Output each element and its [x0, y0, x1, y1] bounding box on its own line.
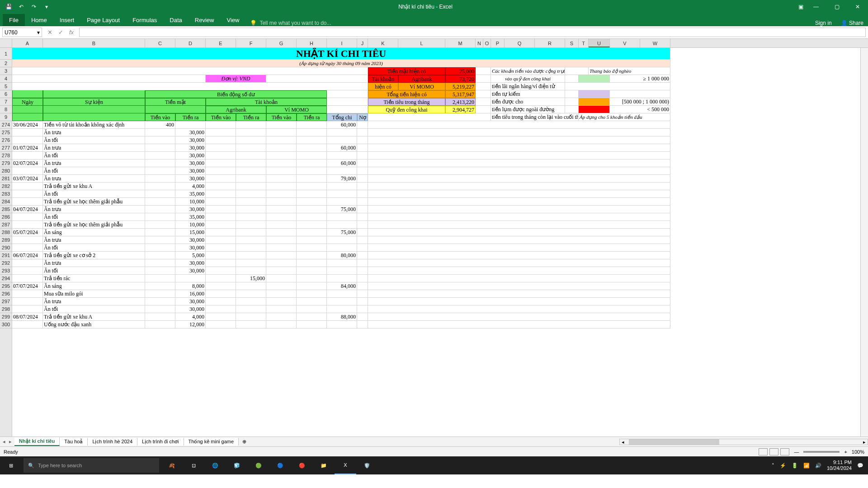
row-header[interactable]: 295	[0, 282, 12, 290]
row-header[interactable]: 277	[0, 144, 12, 152]
column-header[interactable]: I	[327, 39, 357, 47]
notifications-icon[interactable]: 💬	[857, 463, 863, 469]
app-icon[interactable]: 🟢	[248, 456, 269, 474]
column-header[interactable]: A	[12, 39, 43, 47]
tab-file[interactable]: File	[3, 14, 25, 26]
qat-dropdown-icon[interactable]: ▾	[42, 2, 52, 12]
row-header[interactable]: 292	[0, 259, 12, 267]
column-header[interactable]: F	[236, 39, 266, 47]
row-header[interactable]: 8	[0, 106, 12, 113]
signin-link[interactable]: Sign in	[811, 20, 836, 26]
row-header[interactable]: 287	[0, 221, 12, 229]
column-header[interactable]: S	[565, 39, 579, 47]
sheet-tab[interactable]: Nhật kí chi tiêu	[14, 437, 60, 446]
maximize-icon[interactable]: ▢	[826, 0, 847, 14]
wifi-icon[interactable]: 📶	[803, 463, 810, 469]
column-header[interactable]: P	[491, 39, 505, 47]
row-header[interactable]: 288	[0, 229, 12, 236]
row-header[interactable]: 274	[0, 121, 12, 129]
tab-review[interactable]: Review	[189, 14, 221, 26]
row-header[interactable]: 299	[0, 313, 12, 321]
zoom-slider[interactable]	[803, 451, 840, 453]
column-header[interactable]: W	[640, 39, 670, 47]
formula-input[interactable]	[79, 28, 866, 37]
row-header[interactable]: 286	[0, 213, 12, 221]
row-header[interactable]: 280	[0, 167, 12, 175]
row-header[interactable]: 298	[0, 305, 12, 313]
row-header[interactable]: 283	[0, 190, 12, 198]
row-header[interactable]: 278	[0, 152, 12, 160]
column-header[interactable]: T	[579, 39, 589, 47]
column-header[interactable]: J	[357, 39, 368, 47]
tab-pagelayout[interactable]: Page Layout	[80, 14, 126, 26]
minimize-icon[interactable]: —	[806, 0, 826, 14]
tab-home[interactable]: Home	[25, 14, 53, 26]
row-header[interactable]: 279	[0, 160, 12, 167]
cells-grid[interactable]: NHẬT KÍ CHI TIÊU(Áp dụng từ ngày 30 thán…	[12, 48, 868, 328]
start-button[interactable]: ⊞	[0, 456, 22, 474]
view-pagebreak-icon[interactable]	[780, 448, 789, 455]
column-header[interactable]: U	[589, 39, 610, 47]
sheet-nav-next-icon[interactable]: ▸	[9, 439, 12, 445]
row-header[interactable]: 276	[0, 136, 12, 144]
tab-formulas[interactable]: Formulas	[126, 14, 163, 26]
row-header[interactable]: 281	[0, 175, 12, 183]
row-header[interactable]: 3	[0, 67, 12, 75]
row-header[interactable]: 297	[0, 298, 12, 305]
row-header[interactable]: 4	[0, 75, 12, 83]
undo-icon[interactable]: ↶	[16, 2, 26, 12]
tab-data[interactable]: Data	[163, 14, 188, 26]
fx-icon[interactable]: fx	[66, 29, 76, 36]
explorer-icon[interactable]: 📁	[313, 456, 335, 474]
row-header[interactable]: 5	[0, 83, 12, 90]
column-header[interactable]: M	[445, 39, 476, 47]
row-header[interactable]: 296	[0, 290, 12, 298]
column-header[interactable]: N	[476, 39, 483, 47]
sheet-tab[interactable]: Lịch trình hè 2024	[88, 438, 137, 446]
zoom-out-icon[interactable]: —	[794, 449, 799, 455]
tell-me-input[interactable]: 💡 Tell me what you want to do...	[250, 20, 331, 26]
save-icon[interactable]: 💾	[4, 2, 14, 12]
column-header[interactable]: K	[368, 39, 398, 47]
sheet-tab[interactable]: Tàu hoả	[60, 438, 88, 446]
row-header[interactable]: 7	[0, 98, 12, 106]
tab-view[interactable]: View	[220, 14, 245, 26]
column-header[interactable]: B	[43, 39, 145, 47]
name-box[interactable]: U760 ▾	[2, 28, 42, 37]
row-header[interactable]: 294	[0, 275, 12, 282]
task-view-icon[interactable]: ⊡	[183, 456, 204, 474]
column-header[interactable]: G	[266, 39, 297, 47]
column-header[interactable]: Q	[505, 39, 535, 47]
share-button[interactable]: 👤 Share	[836, 20, 868, 26]
column-header[interactable]: H	[297, 39, 327, 47]
close-icon[interactable]: ✕	[847, 0, 868, 14]
battery-icon[interactable]: 🔋	[792, 463, 798, 469]
zoom-in-icon[interactable]: +	[844, 449, 847, 455]
sheet-tab[interactable]: Thống kê mini game	[184, 438, 239, 446]
row-header[interactable]: 9	[0, 113, 12, 121]
row-header[interactable]: 291	[0, 252, 12, 259]
view-normal-icon[interactable]	[759, 448, 768, 455]
row-header[interactable]: 2	[0, 60, 12, 67]
row-header[interactable]: 290	[0, 244, 12, 252]
zoom-level[interactable]: 100%	[852, 449, 864, 455]
column-header[interactable]: C	[145, 39, 175, 47]
app-icon[interactable]: 🔵	[269, 456, 291, 474]
row-header[interactable]: 293	[0, 267, 12, 275]
ribbon-display-icon[interactable]: ▣	[796, 2, 806, 12]
column-header[interactable]: E	[206, 39, 236, 47]
column-header[interactable]: D	[175, 39, 206, 47]
row-header[interactable]: 6	[0, 90, 12, 98]
chrome-icon[interactable]: 🔴	[291, 456, 313, 474]
volume-icon[interactable]: 🔊	[815, 463, 821, 469]
row-header[interactable]: 284	[0, 198, 12, 206]
cancel-formula-icon[interactable]: ✕	[45, 29, 55, 36]
add-sheet-icon[interactable]: ⊕	[239, 439, 250, 445]
column-header[interactable]: O	[483, 39, 491, 47]
row-header[interactable]: 275	[0, 129, 12, 136]
tray-chevron-icon[interactable]: ˄	[772, 463, 774, 469]
edge-icon[interactable]: 🌐	[204, 456, 226, 474]
enter-formula-icon[interactable]: ✓	[56, 29, 66, 36]
column-header[interactable]: R	[535, 39, 565, 47]
taskbar-search[interactable]: 🔍 Type here to search	[24, 458, 159, 473]
